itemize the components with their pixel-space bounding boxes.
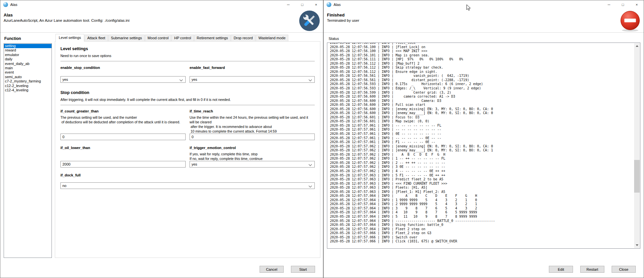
log-line: 2020-05-28 12:07:57.066 | INFO | Switch … [330, 235, 634, 240]
tab[interactable]: Retirement settings [194, 35, 231, 42]
enable-fast-forward-select[interactable]: yes [190, 76, 315, 83]
close-button[interactable]: × [309, 0, 323, 9]
select-value: yes [62, 77, 68, 81]
tab[interactable]: Wasteland mode [256, 35, 288, 42]
status-header: Finished Terminated by user [324, 9, 644, 33]
sidebar-item[interactable]: reward [4, 48, 52, 52]
status-label: Status [329, 37, 640, 41]
enable-stop-condition-select[interactable]: yes [60, 76, 186, 83]
sidebar-item[interactable]: main [4, 66, 52, 70]
if-trigger-emotion-control-select[interactable]: yes [190, 161, 315, 168]
field-label: if_time_reach [190, 109, 315, 113]
log-line: 2020-05-28 12:07:57.064 | INFO | -------… [330, 219, 634, 223]
divider [60, 105, 315, 105]
if-count-greater-than-input[interactable]: 0 [60, 134, 186, 140]
status-footer: Edit Restart Close [324, 249, 644, 278]
log-line: 2020-05-28 12:07:57.064 | INFO | A B C D… [330, 194, 634, 198]
log-line: 2020-05-28 12:07:56.100 | INFO | [Fleet_… [330, 45, 634, 49]
log-line: 2020-05-28 12:07:56.600 | INFO | camera … [330, 95, 634, 99]
window-controls: ─ □ × [602, 0, 644, 9]
log-line: 2020-05-28 12:07:57.062 | INFO | 3 0E --… [330, 165, 634, 169]
minimize-button[interactable]: ─ [281, 0, 295, 9]
log-line: 2020-05-28 12:07:56.112 | INFO | Ensure … [330, 70, 634, 74]
if-oil-lower-than-input[interactable]: 2000 [60, 161, 186, 168]
tab[interactable]: Level settings [55, 34, 84, 42]
scroll-up-arrow[interactable] [634, 43, 640, 49]
status-body: Status 2020-05-28 12:07:56.100 | INFO | … [324, 33, 644, 249]
log-line: 2020-05-28 12:07:57.063 | INFO | [Fleet_… [330, 190, 634, 194]
function-sidebar: Function settingrewardemulatordailyevent… [4, 34, 52, 258]
field-if-time-reach: if_time_reach Use the time within the ne… [190, 109, 315, 140]
status-log[interactable]: 2020-05-28 12:07:56.100 | INFO | fleet_l… [327, 43, 640, 249]
log-line: 2020-05-28 12:07:56.600 | INFO | [enemy_… [330, 111, 634, 115]
tab[interactable]: Attack fleet [85, 35, 108, 42]
close-window-button[interactable]: Close [612, 266, 636, 273]
status-subtitle: Terminated by user [327, 18, 614, 22]
alas-config-window: Alas ─ □ × Alas AzurLaneAutoScript, An A… [0, 0, 323, 278]
titlebar[interactable]: Alas ─ □ × [324, 0, 644, 9]
log-line: 2020-05-28 12:07:57.062 | INFO | 4 -- --… [330, 169, 634, 173]
titlebar[interactable]: Alas ─ □ × [0, 0, 323, 9]
settings-tabbar: Level settingsAttack fleetSubmarine sett… [55, 34, 320, 41]
edit-button[interactable]: Edit [549, 266, 573, 273]
log-line: 2020-05-28 12:07:57.063 | INFO | Predict… [330, 177, 634, 182]
divider [60, 61, 315, 61]
select-value: no [62, 184, 66, 188]
select-value: yes [192, 162, 197, 166]
sidebar-item[interactable]: semi_auto [4, 75, 52, 79]
field-desc: The previous setting will be used, and t… [60, 115, 186, 124]
log-line: 2020-05-28 12:07:56.593 | INFO | Edges: … [330, 86, 634, 91]
field-if-trigger-emotion-control: if_trigger_emotion_control If yes, wait … [190, 146, 315, 168]
if-time-reach-input[interactable]: 0 [190, 134, 315, 140]
tab[interactable]: Submarine settings [108, 35, 145, 42]
level-settings-panel: Level settings Need to run once to save … [55, 41, 320, 258]
scrollbar-thumb[interactable] [634, 160, 640, 193]
sidebar-item[interactable]: event [4, 70, 52, 75]
config-footer: Cancel Start [0, 261, 323, 278]
tab[interactable]: Mood control [145, 35, 171, 42]
tools-icon [299, 10, 320, 32]
scroll-down-arrow[interactable] [634, 242, 640, 248]
log-line: 2020-05-28 12:07:56.600 | INFO | [enemy_… [330, 107, 634, 111]
sidebar-item[interactable]: emulator [4, 53, 52, 57]
close-button[interactable]: × [630, 0, 644, 9]
sidebar-item[interactable]: daily [4, 57, 52, 61]
log-lines: 2020-05-28 12:07:56.100 | INFO | fleet_l… [327, 43, 634, 244]
field-if-oil-lower-than: if_oil_lower_than 2000 [60, 146, 186, 168]
log-line: 2020-05-28 12:07:56.112 | INFO | [Map_bu… [330, 62, 634, 66]
config-header: Alas AzurLaneAutoScript, An Azur Lane au… [0, 9, 323, 33]
log-line: 2020-05-28 12:07:56.600 | INFO | Camera:… [330, 99, 634, 103]
tab[interactable]: HP control [171, 35, 194, 42]
sidebar-item[interactable]: c12-4_leveling [4, 88, 52, 92]
cancel-button[interactable]: Cancel [260, 266, 284, 273]
log-line: 2020-05-28 12:07:56.599 | INFO | Center … [330, 91, 634, 95]
alas-status-window: Alas ─ □ × Finished Terminated by user [323, 0, 644, 278]
input-value: 0 [62, 135, 64, 139]
log-line: 2020-05-28 12:07:56.601 | INFO | Focus t… [330, 115, 634, 120]
section-desc: Need to run once to save options [60, 54, 315, 58]
window-controls: ─ □ × [281, 0, 323, 9]
chevron-down-icon [309, 78, 312, 81]
sidebar-item[interactable]: c7-2_mystery_farming [4, 79, 52, 83]
log-line: 2020-05-28 12:07:57.063 | INFO | 5 F1 --… [330, 173, 634, 178]
start-button[interactable]: Start [291, 266, 315, 273]
sidebar-item[interactable]: event_daily_ab [4, 62, 52, 66]
log-line: 2020-05-28 12:07:57.062 | INFO | 1 -- ++… [330, 157, 634, 161]
log-line: 2020-05-28 12:07:57.063 | INFO | Fleets:… [330, 186, 634, 190]
maximize-button[interactable]: □ [295, 0, 309, 9]
log-line: 2020-05-28 12:07:57.064 | INFO | 4 10 9 … [330, 210, 634, 215]
restart-button[interactable]: Restart [580, 266, 604, 273]
sidebar-item[interactable]: setting [4, 44, 52, 48]
tab[interactable]: Drop record [231, 35, 255, 42]
if-dock-full-select[interactable]: no [60, 182, 315, 189]
maximize-button[interactable]: □ [616, 0, 630, 9]
sidebar-item[interactable]: c12-2_leveling [4, 84, 52, 88]
field-if-dock-full: if_dock_full no [60, 173, 315, 189]
field-label: enable_fast_forward [190, 66, 315, 70]
function-list[interactable]: settingrewardemulatordailyevent_daily_ab… [4, 43, 52, 258]
minimize-button[interactable]: ─ [602, 0, 616, 9]
chevron-down-icon [309, 163, 312, 166]
log-scrollbar[interactable] [634, 43, 640, 248]
field-desc: Use the time within the next 24 hours, t… [190, 115, 315, 134]
log-line: 2020-05-28 12:07:56.100 | INFO | fleet_l… [330, 43, 634, 45]
